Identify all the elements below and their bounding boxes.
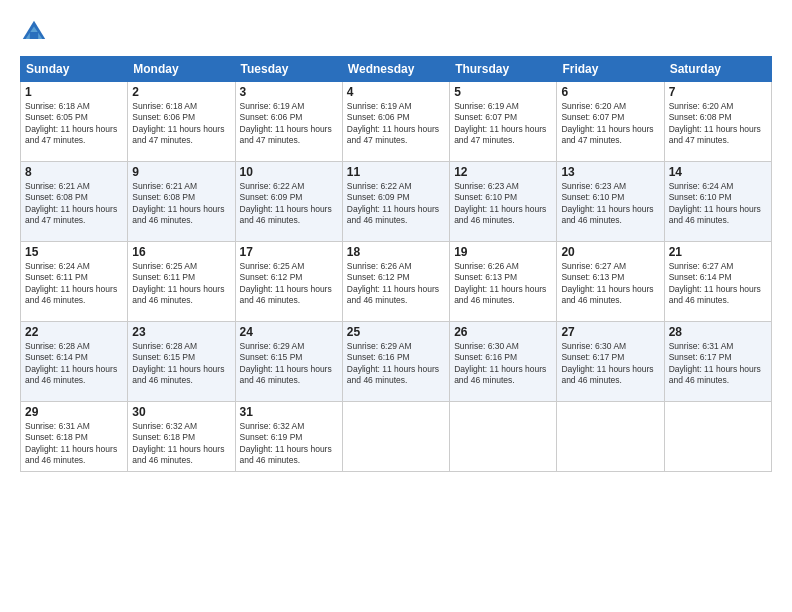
calendar-cell: 26 Sunrise: 6:30 AM Sunset: 6:16 PM Dayl… (450, 322, 557, 402)
day-number: 24 (240, 325, 338, 339)
day-detail: Sunrise: 6:22 AM Sunset: 6:09 PM Dayligh… (347, 181, 445, 227)
calendar-cell: 4 Sunrise: 6:19 AM Sunset: 6:06 PM Dayli… (342, 82, 449, 162)
page: SundayMondayTuesdayWednesdayThursdayFrid… (0, 0, 792, 612)
day-number: 20 (561, 245, 659, 259)
logo (20, 18, 50, 46)
calendar-cell: 22 Sunrise: 6:28 AM Sunset: 6:14 PM Dayl… (21, 322, 128, 402)
day-detail: Sunrise: 6:22 AM Sunset: 6:09 PM Dayligh… (240, 181, 338, 227)
day-detail: Sunrise: 6:21 AM Sunset: 6:08 PM Dayligh… (25, 181, 123, 227)
day-detail: Sunrise: 6:19 AM Sunset: 6:06 PM Dayligh… (240, 101, 338, 147)
calendar-cell (664, 402, 771, 472)
day-number: 29 (25, 405, 123, 419)
day-detail: Sunrise: 6:28 AM Sunset: 6:15 PM Dayligh… (132, 341, 230, 387)
calendar-cell: 19 Sunrise: 6:26 AM Sunset: 6:13 PM Dayl… (450, 242, 557, 322)
day-number: 18 (347, 245, 445, 259)
day-detail: Sunrise: 6:31 AM Sunset: 6:18 PM Dayligh… (25, 421, 123, 467)
calendar-cell: 23 Sunrise: 6:28 AM Sunset: 6:15 PM Dayl… (128, 322, 235, 402)
calendar-cell: 31 Sunrise: 6:32 AM Sunset: 6:19 PM Dayl… (235, 402, 342, 472)
day-detail: Sunrise: 6:19 AM Sunset: 6:07 PM Dayligh… (454, 101, 552, 147)
day-number: 21 (669, 245, 767, 259)
weekday-monday: Monday (128, 57, 235, 82)
day-number: 23 (132, 325, 230, 339)
day-detail: Sunrise: 6:32 AM Sunset: 6:18 PM Dayligh… (132, 421, 230, 467)
day-detail: Sunrise: 6:32 AM Sunset: 6:19 PM Dayligh… (240, 421, 338, 467)
day-detail: Sunrise: 6:21 AM Sunset: 6:08 PM Dayligh… (132, 181, 230, 227)
day-detail: Sunrise: 6:20 AM Sunset: 6:08 PM Dayligh… (669, 101, 767, 147)
day-detail: Sunrise: 6:19 AM Sunset: 6:06 PM Dayligh… (347, 101, 445, 147)
calendar-cell: 17 Sunrise: 6:25 AM Sunset: 6:12 PM Dayl… (235, 242, 342, 322)
day-detail: Sunrise: 6:18 AM Sunset: 6:05 PM Dayligh… (25, 101, 123, 147)
day-number: 19 (454, 245, 552, 259)
day-number: 22 (25, 325, 123, 339)
calendar-cell: 2 Sunrise: 6:18 AM Sunset: 6:06 PM Dayli… (128, 82, 235, 162)
calendar-week-3: 15 Sunrise: 6:24 AM Sunset: 6:11 PM Dayl… (21, 242, 772, 322)
day-number: 11 (347, 165, 445, 179)
weekday-wednesday: Wednesday (342, 57, 449, 82)
day-detail: Sunrise: 6:31 AM Sunset: 6:17 PM Dayligh… (669, 341, 767, 387)
day-number: 2 (132, 85, 230, 99)
day-number: 3 (240, 85, 338, 99)
day-number: 15 (25, 245, 123, 259)
weekday-saturday: Saturday (664, 57, 771, 82)
day-detail: Sunrise: 6:29 AM Sunset: 6:16 PM Dayligh… (347, 341, 445, 387)
calendar-cell: 25 Sunrise: 6:29 AM Sunset: 6:16 PM Dayl… (342, 322, 449, 402)
calendar-cell: 24 Sunrise: 6:29 AM Sunset: 6:15 PM Dayl… (235, 322, 342, 402)
calendar-cell: 11 Sunrise: 6:22 AM Sunset: 6:09 PM Dayl… (342, 162, 449, 242)
day-number: 7 (669, 85, 767, 99)
calendar-cell: 5 Sunrise: 6:19 AM Sunset: 6:07 PM Dayli… (450, 82, 557, 162)
calendar-cell (450, 402, 557, 472)
day-detail: Sunrise: 6:30 AM Sunset: 6:17 PM Dayligh… (561, 341, 659, 387)
weekday-thursday: Thursday (450, 57, 557, 82)
calendar-cell: 6 Sunrise: 6:20 AM Sunset: 6:07 PM Dayli… (557, 82, 664, 162)
weekday-tuesday: Tuesday (235, 57, 342, 82)
day-detail: Sunrise: 6:25 AM Sunset: 6:11 PM Dayligh… (132, 261, 230, 307)
day-detail: Sunrise: 6:23 AM Sunset: 6:10 PM Dayligh… (561, 181, 659, 227)
day-detail: Sunrise: 6:26 AM Sunset: 6:12 PM Dayligh… (347, 261, 445, 307)
calendar-cell: 15 Sunrise: 6:24 AM Sunset: 6:11 PM Dayl… (21, 242, 128, 322)
day-number: 30 (132, 405, 230, 419)
day-number: 12 (454, 165, 552, 179)
calendar-cell: 30 Sunrise: 6:32 AM Sunset: 6:18 PM Dayl… (128, 402, 235, 472)
calendar-cell: 21 Sunrise: 6:27 AM Sunset: 6:14 PM Dayl… (664, 242, 771, 322)
day-detail: Sunrise: 6:20 AM Sunset: 6:07 PM Dayligh… (561, 101, 659, 147)
calendar-cell: 16 Sunrise: 6:25 AM Sunset: 6:11 PM Dayl… (128, 242, 235, 322)
day-detail: Sunrise: 6:24 AM Sunset: 6:10 PM Dayligh… (669, 181, 767, 227)
day-detail: Sunrise: 6:25 AM Sunset: 6:12 PM Dayligh… (240, 261, 338, 307)
day-number: 25 (347, 325, 445, 339)
calendar-cell (557, 402, 664, 472)
calendar-cell: 14 Sunrise: 6:24 AM Sunset: 6:10 PM Dayl… (664, 162, 771, 242)
day-number: 6 (561, 85, 659, 99)
logo-icon (20, 18, 48, 46)
calendar-cell: 18 Sunrise: 6:26 AM Sunset: 6:12 PM Dayl… (342, 242, 449, 322)
day-number: 26 (454, 325, 552, 339)
calendar-cell: 12 Sunrise: 6:23 AM Sunset: 6:10 PM Dayl… (450, 162, 557, 242)
header (20, 18, 772, 46)
day-number: 5 (454, 85, 552, 99)
calendar-week-1: 1 Sunrise: 6:18 AM Sunset: 6:05 PM Dayli… (21, 82, 772, 162)
day-number: 4 (347, 85, 445, 99)
weekday-header-row: SundayMondayTuesdayWednesdayThursdayFrid… (21, 57, 772, 82)
day-number: 14 (669, 165, 767, 179)
calendar-week-2: 8 Sunrise: 6:21 AM Sunset: 6:08 PM Dayli… (21, 162, 772, 242)
calendar-cell: 7 Sunrise: 6:20 AM Sunset: 6:08 PM Dayli… (664, 82, 771, 162)
day-number: 13 (561, 165, 659, 179)
day-number: 28 (669, 325, 767, 339)
day-detail: Sunrise: 6:23 AM Sunset: 6:10 PM Dayligh… (454, 181, 552, 227)
weekday-sunday: Sunday (21, 57, 128, 82)
day-number: 31 (240, 405, 338, 419)
day-detail: Sunrise: 6:28 AM Sunset: 6:14 PM Dayligh… (25, 341, 123, 387)
day-number: 17 (240, 245, 338, 259)
day-detail: Sunrise: 6:27 AM Sunset: 6:13 PM Dayligh… (561, 261, 659, 307)
calendar-cell: 8 Sunrise: 6:21 AM Sunset: 6:08 PM Dayli… (21, 162, 128, 242)
weekday-friday: Friday (557, 57, 664, 82)
calendar-cell: 20 Sunrise: 6:27 AM Sunset: 6:13 PM Dayl… (557, 242, 664, 322)
calendar-cell: 3 Sunrise: 6:19 AM Sunset: 6:06 PM Dayli… (235, 82, 342, 162)
day-number: 1 (25, 85, 123, 99)
day-detail: Sunrise: 6:29 AM Sunset: 6:15 PM Dayligh… (240, 341, 338, 387)
day-number: 9 (132, 165, 230, 179)
calendar-cell (342, 402, 449, 472)
day-number: 16 (132, 245, 230, 259)
calendar-cell: 9 Sunrise: 6:21 AM Sunset: 6:08 PM Dayli… (128, 162, 235, 242)
day-number: 10 (240, 165, 338, 179)
day-detail: Sunrise: 6:30 AM Sunset: 6:16 PM Dayligh… (454, 341, 552, 387)
